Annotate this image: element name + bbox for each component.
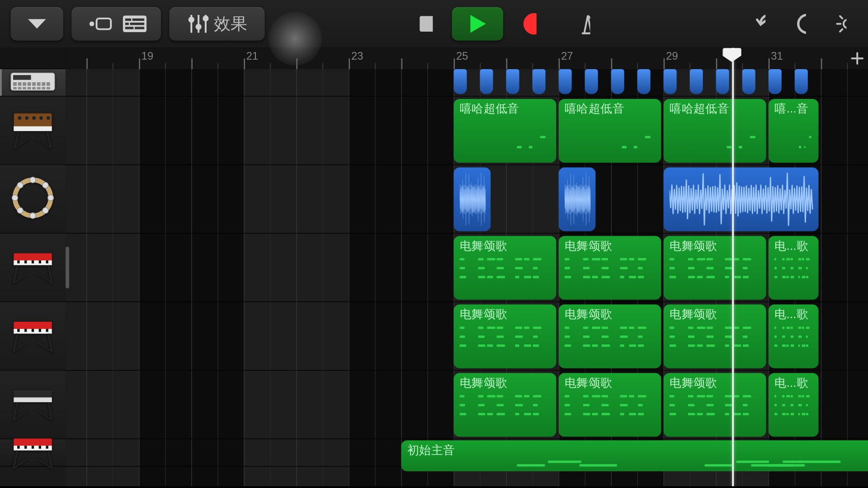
svg-rect-35 bbox=[23, 82, 26, 85]
region-anthem[interactable]: 电...歌 bbox=[769, 305, 819, 368]
drum-hit[interactable] bbox=[664, 69, 677, 94]
svg-point-15 bbox=[203, 15, 208, 21]
region-tambourine[interactable] bbox=[454, 168, 491, 231]
track-row-synth[interactable]: 嘻哈超低音嘻哈超低音嘻哈超低音嘻...音 bbox=[66, 97, 868, 165]
region-label: 嘻...音 bbox=[774, 101, 814, 116]
region-anthem[interactable]: 电舞颂歌 bbox=[664, 373, 766, 436]
track-header-tamb[interactable] bbox=[0, 165, 66, 234]
region-content bbox=[774, 391, 814, 434]
track-row-keys3[interactable]: 电舞颂歌电舞颂歌电舞颂歌电...歌 bbox=[66, 371, 868, 439]
region-anthem[interactable]: 电舞颂歌 bbox=[559, 305, 661, 368]
drum-hit[interactable] bbox=[611, 69, 624, 94]
svg-point-18 bbox=[524, 13, 537, 34]
tambourine-icon bbox=[10, 175, 55, 223]
track-header-keys2[interactable] bbox=[0, 302, 66, 371]
track-header-synth[interactable] bbox=[0, 97, 66, 165]
region-anthem[interactable]: 电舞颂歌 bbox=[559, 373, 661, 436]
region-lead[interactable]: 初始主音 bbox=[401, 441, 868, 472]
drum-hit[interactable] bbox=[454, 69, 467, 94]
region-label: 电舞颂歌 bbox=[565, 238, 656, 253]
ruler[interactable]: 1921232527293133 bbox=[66, 47, 868, 69]
track-row-keys1[interactable]: 电舞颂歌电舞颂歌电舞颂歌电...歌 bbox=[66, 234, 868, 302]
drum-hit[interactable] bbox=[533, 69, 546, 94]
undo-button[interactable] bbox=[744, 7, 776, 41]
view-switch-button[interactable] bbox=[71, 7, 161, 41]
loop-button[interactable] bbox=[784, 7, 816, 41]
track-row-keys4[interactable]: 初始主音 bbox=[66, 439, 868, 467]
svg-point-21 bbox=[798, 15, 806, 33]
browser-menu-button[interactable] bbox=[11, 7, 63, 41]
keys-red-small-icon bbox=[9, 432, 57, 473]
region-tambourine[interactable] bbox=[664, 168, 819, 231]
region-bass[interactable]: 嘻哈超低音 bbox=[559, 99, 661, 163]
svg-rect-4 bbox=[125, 19, 131, 21]
metronome-button[interactable] bbox=[565, 7, 601, 41]
svg-rect-101 bbox=[32, 446, 34, 449]
svg-point-54 bbox=[47, 116, 50, 120]
chevron-down-icon bbox=[27, 18, 47, 30]
bar-label: 27 bbox=[561, 50, 573, 63]
svg-rect-74 bbox=[39, 260, 41, 263]
drum-hit[interactable] bbox=[585, 69, 598, 94]
svg-rect-103 bbox=[46, 446, 48, 449]
drum-hit[interactable] bbox=[559, 69, 572, 94]
region-anthem[interactable]: 电舞颂歌 bbox=[664, 305, 766, 368]
region-anthem[interactable]: 电舞颂歌 bbox=[559, 236, 661, 300]
tracks-view-icon bbox=[123, 15, 147, 32]
track-header-keys1[interactable] bbox=[0, 234, 66, 302]
svg-rect-75 bbox=[46, 260, 48, 263]
settings-button[interactable] bbox=[825, 7, 857, 41]
region-bass[interactable]: 嘻哈超低音 bbox=[664, 99, 766, 163]
region-content bbox=[670, 391, 761, 434]
svg-rect-99 bbox=[17, 446, 19, 449]
svg-rect-71 bbox=[17, 260, 19, 263]
track-scroll-handle[interactable] bbox=[66, 247, 69, 288]
loop-icon bbox=[795, 12, 806, 36]
region-bass[interactable]: 嘻...音 bbox=[769, 99, 819, 163]
svg-point-63 bbox=[30, 213, 36, 219]
stop-button[interactable] bbox=[408, 7, 443, 41]
drum-hit[interactable] bbox=[690, 69, 703, 94]
track-header-keys4[interactable] bbox=[0, 439, 66, 467]
tracks-area[interactable]: 嘻哈超低音嘻哈超低音嘻哈超低音嘻...音电舞颂歌电舞颂歌电舞颂歌电...歌电舞颂… bbox=[66, 69, 868, 486]
region-tambourine[interactable] bbox=[559, 168, 596, 231]
region-label: 嘻哈超低音 bbox=[565, 101, 656, 116]
region-bass[interactable]: 嘻哈超低音 bbox=[454, 99, 557, 163]
region-anthem[interactable]: 电...歌 bbox=[769, 236, 819, 300]
svg-rect-47 bbox=[42, 87, 45, 89]
record-button[interactable] bbox=[511, 7, 547, 41]
add-track-button[interactable] bbox=[849, 50, 866, 67]
drum-hit[interactable] bbox=[480, 69, 493, 94]
region-label: 电...歌 bbox=[774, 307, 814, 321]
region-content bbox=[407, 458, 868, 469]
track-row-keys2[interactable]: 电舞颂歌电舞颂歌电舞颂歌电...歌 bbox=[66, 302, 868, 371]
svg-rect-72 bbox=[24, 260, 27, 263]
svg-rect-45 bbox=[32, 87, 36, 89]
track-row-drummachine[interactable] bbox=[66, 69, 868, 97]
svg-rect-33 bbox=[13, 82, 17, 85]
track-row-tamb[interactable] bbox=[66, 165, 868, 234]
drum-hit[interactable] bbox=[769, 69, 782, 94]
region-label: 嘻哈超低音 bbox=[670, 101, 761, 116]
region-anthem[interactable]: 电舞颂歌 bbox=[454, 373, 557, 436]
drum-hit[interactable] bbox=[742, 69, 755, 94]
play-button[interactable] bbox=[452, 7, 503, 41]
region-content bbox=[565, 322, 656, 366]
svg-rect-44 bbox=[28, 87, 31, 89]
playhead[interactable] bbox=[732, 47, 734, 486]
bar-label: 21 bbox=[246, 50, 258, 63]
track-header-drummachine[interactable] bbox=[0, 69, 66, 97]
region-label: 电舞颂歌 bbox=[565, 307, 656, 321]
track-header-keys3[interactable] bbox=[0, 371, 66, 439]
drum-hit[interactable] bbox=[716, 69, 729, 94]
drum-hit[interactable] bbox=[637, 69, 651, 94]
drum-hit[interactable] bbox=[506, 69, 519, 94]
region-anthem[interactable]: 电舞颂歌 bbox=[454, 236, 557, 300]
region-anthem[interactable]: 电舞颂歌 bbox=[454, 305, 557, 368]
timeline[interactable]: 1921232527293133 嘻哈超低音嘻哈超低音嘻哈超低音嘻...音电舞颂… bbox=[66, 47, 868, 486]
svg-rect-86 bbox=[46, 329, 48, 332]
drum-hit[interactable] bbox=[795, 69, 808, 94]
region-anthem[interactable]: 电舞颂歌 bbox=[664, 236, 766, 300]
mixer-fx-button[interactable]: 效果 bbox=[170, 7, 265, 41]
region-anthem[interactable]: 电...歌 bbox=[769, 373, 819, 436]
